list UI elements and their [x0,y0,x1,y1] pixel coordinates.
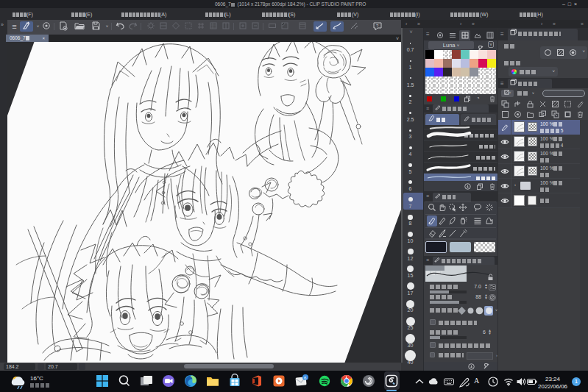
svg-text:?: ? [376,24,379,28]
